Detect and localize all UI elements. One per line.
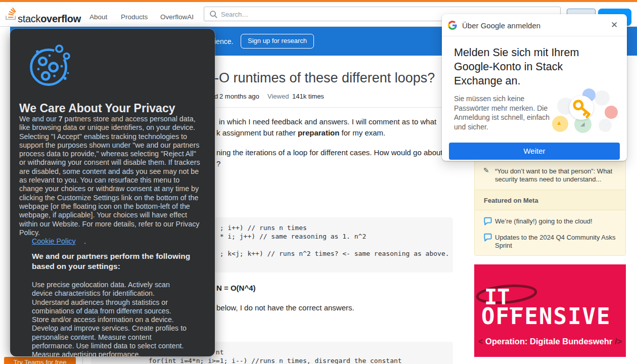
- question-paragraph-line: k assignment but rather preparation for …: [216, 128, 385, 137]
- pencil-icon: ✎: [483, 166, 489, 174]
- ad-tagline: < Operation: Digitale Bundeswehr />: [474, 337, 626, 346]
- google-popup-title: Melden Sie sich mit Ihrem Google-Konto i…: [454, 46, 584, 88]
- cookie-dialog-body: We and our 7 partners store and access p…: [19, 115, 203, 237]
- question-title: -O runtimes of these different loops?: [214, 70, 435, 86]
- close-icon[interactable]: ✕: [611, 20, 618, 30]
- text-fragment: partners store and access personal data,…: [19, 115, 200, 237]
- search-placeholder: Search…: [221, 11, 248, 18]
- cookie-policy-suffix: .: [84, 237, 86, 245]
- ad-bracket-close: />: [615, 337, 622, 346]
- question-modified-value: 2 months ago: [219, 93, 259, 100]
- question-viewed-label: Viewed: [267, 93, 289, 100]
- research-banner-text-fragment: ience.: [214, 37, 233, 46]
- signup-for-research-button[interactable]: Sign up for research: [241, 34, 314, 49]
- google-continue-button[interactable]: Weiter: [449, 143, 620, 160]
- speech-bubble-icon: [484, 233, 492, 244]
- search-icon: [209, 10, 218, 21]
- google-popup-body: Sie müssen sich keine Passwörter mehr me…: [454, 94, 559, 131]
- nav-link-overflowai[interactable]: OverflowAI: [160, 13, 194, 21]
- blog-item-link[interactable]: “You don’t want to be that person”: What…: [495, 167, 620, 183]
- speech-bubble-icon: [484, 217, 492, 228]
- cookie-consent-dialog: We Care About Your Privacy We and our 7 …: [10, 29, 215, 356]
- question-paragraph-line: in which I need feedback and answers. I …: [219, 117, 436, 126]
- question-paragraph-line: ?: [216, 159, 220, 168]
- question-viewed-value: 141k times: [292, 93, 324, 100]
- ad-bracket-open: <: [478, 337, 483, 346]
- text-fragment: k assignment but rather: [216, 128, 298, 137]
- cookie-dialog-title: We Care About Your Privacy: [19, 102, 175, 115]
- stackoverflow-logo-text[interactable]: stackoverflow: [18, 13, 81, 25]
- google-logo-icon: [448, 21, 457, 32]
- runtime-heading-fragment: N = O(N^4): [216, 284, 256, 292]
- cookie-icon: [25, 42, 74, 93]
- question-paragraph-line: below, I do not have the correct answers…: [216, 303, 354, 312]
- featured-on-meta-band: Featured on Meta: [475, 190, 625, 210]
- stackoverflow-logo-icon[interactable]: [5, 7, 16, 22]
- meta-item-link[interactable]: Updates to the 2024 Q4 Community Asks Sp…: [495, 234, 620, 249]
- advertisement[interactable]: IT_ OFFENSIVE < Operation: Digitale Bund…: [474, 264, 626, 357]
- nav-link-products[interactable]: Products: [121, 13, 148, 21]
- google-popup-header: Über Google anmelden: [462, 21, 540, 30]
- cookie-dialog-subheading: We and our partners perform the followin…: [32, 251, 200, 271]
- bold-text-fragment: preparation: [298, 128, 340, 137]
- ad-tagline-text: Operation: Digitale Bundeswehr: [485, 337, 612, 346]
- featured-on-meta-label: Featured on Meta: [484, 197, 538, 204]
- google-signin-popup: Über Google anmelden ✕ Melden Sie sich m…: [442, 14, 627, 161]
- cookie-policy-link[interactable]: Cookie Policy: [32, 237, 76, 245]
- popup-header-divider: [442, 36, 627, 36]
- question-meta-hidden-fragment: d: [214, 93, 218, 100]
- try-teams-button[interactable]: Try Teams for free: [4, 357, 76, 364]
- text-fragment: We and our: [19, 115, 59, 123]
- partners-count: 7: [59, 115, 63, 123]
- key-illustration: ▲ ◢: [552, 87, 620, 141]
- logo-word-stack: stack: [18, 13, 40, 24]
- meta-item-link[interactable]: We’re (finally!) going to the cloud!: [495, 217, 621, 225]
- page: stackoverflow About Products OverflowAI …: [0, 0, 637, 364]
- featured-on-meta-module: ✎ “You don’t want to be that person”: Wh…: [474, 160, 626, 256]
- question-paragraph-line: ning the iterations of a loop for differ…: [216, 148, 443, 157]
- nav-link-about[interactable]: About: [89, 13, 107, 21]
- text-fragment: for my exam.: [339, 128, 385, 137]
- key-icon: [567, 94, 596, 122]
- triangle-decoration: ▲: [556, 119, 562, 126]
- cookie-dialog-details: Use precise geolocation data. Actively s…: [32, 281, 190, 356]
- ad-title-line2: OFFENSIVE: [481, 303, 611, 329]
- logo-word-overflow: overflow: [40, 13, 81, 24]
